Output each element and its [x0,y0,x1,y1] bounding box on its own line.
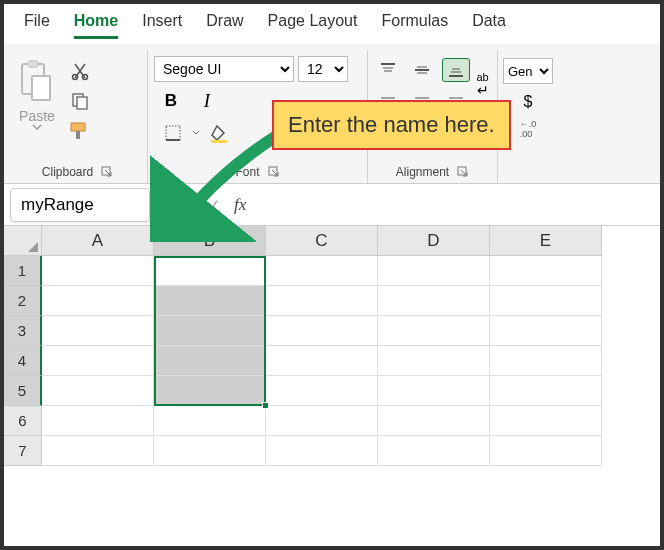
tab-page-layout[interactable]: Page Layout [268,12,358,36]
number-format-select[interactable]: Gen [503,58,553,84]
cancel-formula-button[interactable]: ✕ [174,193,198,217]
cell[interactable] [490,436,602,466]
clipboard-icon [18,58,56,106]
copy-button[interactable] [66,90,94,112]
font-launcher[interactable] [268,166,280,178]
svg-rect-12 [211,140,227,143]
cell[interactable] [154,346,266,376]
cell[interactable] [266,316,378,346]
cut-button[interactable] [66,60,94,82]
row-header-1[interactable]: 1 [4,256,42,286]
cell[interactable] [154,256,266,286]
cell[interactable] [378,346,490,376]
fill-handle[interactable] [262,402,269,409]
font-name-select[interactable]: Segoe UI [154,56,294,82]
tab-insert[interactable]: Insert [142,12,182,36]
name-box-dropdown[interactable]: ⋮ [154,195,170,214]
svg-rect-10 [166,126,180,140]
cell[interactable] [42,256,154,286]
formula-bar: ⋮ ✕ ✓ fx [4,184,660,226]
svg-rect-2 [32,76,50,100]
alignment-launcher[interactable] [457,166,469,178]
cell[interactable] [266,256,378,286]
svg-rect-7 [71,123,85,131]
italic-button[interactable]: I [194,88,220,114]
cell[interactable] [266,346,378,376]
cell[interactable] [266,436,378,466]
cell[interactable] [266,286,378,316]
tab-formulas[interactable]: Formulas [381,12,448,36]
cell[interactable] [266,376,378,406]
cell[interactable] [42,406,154,436]
cell[interactable] [154,286,266,316]
format-painter-button[interactable] [66,120,94,142]
cell[interactable] [490,406,602,436]
font-size-select[interactable]: 12 [298,56,348,82]
row-header-6[interactable]: 6 [4,406,42,436]
cell[interactable] [378,286,490,316]
cell[interactable] [154,376,266,406]
cell[interactable] [490,316,602,346]
cell[interactable] [42,286,154,316]
cell[interactable] [490,376,602,406]
row-header-2[interactable]: 2 [4,286,42,316]
fill-color-button[interactable] [204,120,234,146]
cell[interactable] [42,436,154,466]
cell[interactable] [378,376,490,406]
group-label-clipboard: Clipboard [42,165,93,179]
bold-button[interactable]: B [158,88,184,114]
annotation-callout: Enter the name here. [272,100,511,150]
align-top-button[interactable] [374,58,402,82]
select-all-corner[interactable] [4,226,42,256]
tab-file[interactable]: File [24,12,50,36]
name-box-input[interactable] [10,188,150,222]
cell[interactable] [42,316,154,346]
cell[interactable] [154,436,266,466]
row-header-3[interactable]: 3 [4,316,42,346]
cell[interactable] [378,256,490,286]
cell[interactable] [490,256,602,286]
column-header-e[interactable]: E [490,226,602,256]
fx-icon[interactable]: fx [230,195,250,215]
tab-data[interactable]: Data [472,12,506,36]
currency-button[interactable]: $ [514,90,542,114]
align-bottom-button[interactable] [442,58,470,82]
svg-rect-6 [77,97,87,109]
accept-formula-button[interactable]: ✓ [202,193,226,217]
tab-draw[interactable]: Draw [206,12,243,36]
cell[interactable] [378,436,490,466]
cell[interactable] [490,346,602,376]
svg-rect-1 [28,61,38,67]
cell[interactable] [42,376,154,406]
decrease-decimal-button[interactable]: .00 [520,130,537,140]
column-header-b[interactable]: B [154,226,266,256]
row-header-4[interactable]: 4 [4,346,42,376]
paste-label: Paste [19,108,55,124]
cell[interactable] [154,316,266,346]
group-label-font: Font [235,165,259,179]
column-header-a[interactable]: A [42,226,154,256]
cell[interactable] [266,406,378,436]
group-clipboard: Paste Clipboard [8,50,148,183]
row-header-7[interactable]: 7 [4,436,42,466]
cell[interactable] [154,406,266,436]
formula-input[interactable] [254,191,654,219]
borders-button[interactable] [158,120,188,146]
clipboard-launcher[interactable] [101,166,113,178]
column-header-c[interactable]: C [266,226,378,256]
column-header-d[interactable]: D [378,226,490,256]
cell[interactable] [490,286,602,316]
align-middle-button[interactable] [408,58,436,82]
row-header-5[interactable]: 5 [4,376,42,406]
cell[interactable] [42,346,154,376]
group-label-alignment: Alignment [396,165,449,179]
grid: A B C D E 1 2 3 4 5 6 7 [4,226,660,466]
tab-home[interactable]: Home [74,12,118,39]
cell[interactable] [378,316,490,346]
ribbon-tabs: File Home Insert Draw Page Layout Formul… [4,4,660,44]
chevron-down-icon[interactable] [192,130,200,136]
svg-rect-8 [76,131,80,139]
paste-button[interactable]: Paste [14,56,60,148]
cell[interactable] [378,406,490,436]
chevron-down-icon [32,124,42,130]
